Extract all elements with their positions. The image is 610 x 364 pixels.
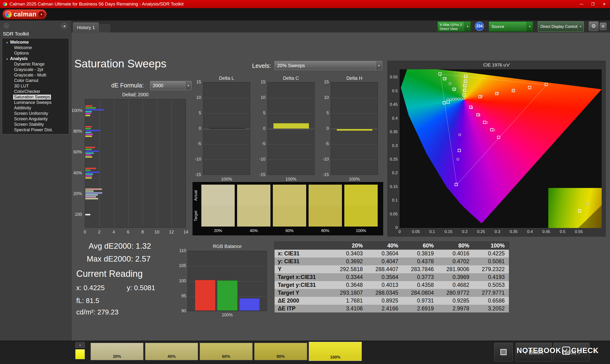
row-label: Y — [274, 265, 332, 273]
levels-dropdown[interactable]: 20% Sweeps ▼ — [274, 61, 382, 70]
table-cell: 0.4702 — [438, 258, 474, 265]
y-tick-label: 0.5 — [388, 89, 398, 93]
sidebar-item-grayscale-multi[interactable]: Grayscale - Multi — [2, 72, 69, 78]
y-tick-label: 60% — [71, 150, 82, 155]
calman-logo-menu[interactable]: calman ▼ — [2, 9, 47, 19]
sidebar-item-3d-lut[interactable]: 3D LUT — [2, 83, 69, 89]
y-tick-label: 10 — [255, 95, 265, 100]
sidebar-item-screen-uniformity[interactable]: Screen Uniformity — [2, 111, 69, 116]
x-tick-label: 0.05 — [410, 229, 422, 234]
target-marker — [447, 101, 450, 104]
back-button[interactable]: ‹ Back — [516, 343, 552, 361]
sidebar-pin-button[interactable]: ● — [4, 23, 9, 29]
sidebar-item-color-gamut[interactable]: Color Gamut — [2, 78, 69, 83]
sidebar-item-screen-stability[interactable]: Screen Stability — [2, 122, 69, 127]
sidebar-item-label: Screen Uniformity — [13, 111, 49, 116]
sidebar-collapse-button[interactable]: ◀ — [61, 23, 67, 29]
x-tick-label: 0 — [80, 230, 90, 235]
y-tick-label: 5 — [318, 111, 329, 116]
y-tick-label: -10 — [191, 157, 201, 162]
measured-marker — [586, 203, 589, 205]
sidebar-item-label: Additivity — [13, 105, 32, 111]
table-cell: 0.3344 — [332, 273, 367, 281]
sidebar-item-additivity[interactable]: Additivity — [2, 105, 69, 111]
close-button[interactable]: ✕ — [598, 0, 610, 8]
deltae-bar-100 — [85, 214, 90, 215]
sidebar-item-luminance-sweeps[interactable]: Luminance Sweeps — [2, 100, 69, 105]
next-button[interactable]: Next › — [553, 343, 589, 361]
row-label: Target x:CIE31 — [274, 273, 332, 281]
deltae-bar-100 — [85, 111, 92, 112]
sidebar-item-colorchecker[interactable]: ColorChecker — [2, 89, 69, 94]
sidebar-item-options[interactable]: Options — [2, 51, 69, 56]
deltae-bar-60 — [85, 149, 92, 150]
deltae-bar-80 — [85, 132, 91, 133]
table-cell: 0.9285 — [438, 297, 474, 305]
target-swatch — [273, 206, 306, 227]
levels-label: Levels: — [252, 62, 271, 69]
mini-chart-title: Delta H — [331, 76, 378, 81]
tree-group-welcome[interactable]: ▲Welcome — [2, 39, 69, 45]
table-cell: 0.4193 — [474, 273, 509, 281]
measured-marker — [463, 97, 465, 100]
pattern-level-tile-60[interactable]: 60% — [200, 343, 253, 360]
measured-marker — [460, 97, 463, 100]
deltae-chart-plot — [85, 99, 186, 228]
pattern-level-tile-40[interactable]: 40% — [145, 343, 198, 360]
y-tick-label: -15 — [255, 172, 265, 177]
settings-gear-button[interactable]: ⚙ — [589, 21, 598, 31]
pattern-level-tile-100[interactable]: 100% — [309, 342, 362, 361]
x-tick-label: 0.4 — [524, 229, 536, 234]
table-cell: 279.2322 — [474, 265, 509, 273]
minimize-button[interactable]: — — [576, 0, 587, 8]
sidebar-item-dynamic-range[interactable]: Dynamic Range — [2, 62, 69, 67]
delta-bar — [209, 128, 245, 129]
table-row: ΔE 20001.76810.89250.97310.92850.6586 — [274, 297, 509, 305]
deltae-bar-60 — [85, 154, 91, 156]
avg-de2000: Avg dE2000: 1.32 — [89, 242, 151, 251]
pattern-level-label: 60% — [200, 354, 252, 359]
target-marker — [464, 75, 467, 78]
de-formula-dropdown[interactable]: 2000 ▼ — [150, 81, 192, 90]
pattern-level-tile-80[interactable]: 80% — [254, 343, 307, 360]
sidebar-item-screen-angularity[interactable]: Screen Angularity — [2, 116, 69, 122]
y-tick-label: 90 — [176, 309, 186, 313]
measured-marker — [480, 95, 483, 97]
table-cell: 288.4407 — [367, 265, 403, 273]
tab-stub[interactable] — [100, 24, 110, 32]
deltae-bar-60 — [85, 151, 99, 152]
pattern-window-button[interactable] — [494, 343, 513, 361]
delta-bar — [273, 123, 309, 129]
tree-group-label: Analysis — [10, 56, 28, 61]
deltae-y-axis: 100%80%60%40%20%100 — [71, 99, 83, 228]
pattern-level-tile-20[interactable]: 20% — [91, 343, 143, 360]
meter-dropdown[interactable]: X-Rite i1Pro 2 Direct View ▼ — [438, 21, 471, 32]
source-dropdown[interactable]: Source ▼ — [489, 21, 533, 32]
deltae-bar-80 — [85, 128, 91, 129]
pattern-strip-collapse-button[interactable]: ▲ — [75, 342, 85, 348]
measured-marker — [493, 129, 495, 131]
current-pattern-swatch[interactable] — [75, 349, 85, 359]
display-control-dropdown[interactable]: Direct Display Control ▼ — [538, 21, 584, 32]
sidebar-item-spectral-power-dist[interactable]: Spectral Power Dist. — [2, 127, 69, 133]
table-cell: 283.7846 — [403, 265, 438, 273]
secondary-gear-button[interactable]: ⚙ — [600, 23, 606, 30]
measured-marker — [470, 106, 473, 109]
y-tick-label: -10 — [255, 157, 265, 162]
sidebar-item-welcome[interactable]: Welcome — [2, 45, 69, 51]
table-cell: 0.4358 — [403, 281, 438, 289]
current-y: y: 0.5081 — [127, 284, 155, 292]
actual-swatch — [201, 185, 235, 206]
x-axis-label: 100% — [188, 312, 267, 318]
maximize-button[interactable]: ❐ — [587, 0, 598, 8]
chevron-down-icon: ▼ — [38, 11, 45, 17]
tree-group-analysis[interactable]: ▲Analysis — [2, 56, 69, 62]
sidebar-item-grayscale-2pt[interactable]: Grayscale - 2pt — [2, 67, 69, 72]
row-label: Target Y — [274, 289, 332, 297]
table-row: Target y:CIE310.36480.40130.43580.46820.… — [274, 281, 509, 289]
rgb-bar-red — [195, 280, 215, 311]
x-tick-label: 0.25 — [475, 229, 487, 234]
sidebar-item-saturation-sweeps[interactable]: Saturation Sweeps — [2, 94, 69, 100]
deltae-bar-20 — [85, 194, 98, 195]
tab-history-1[interactable]: History 1 — [73, 22, 99, 32]
